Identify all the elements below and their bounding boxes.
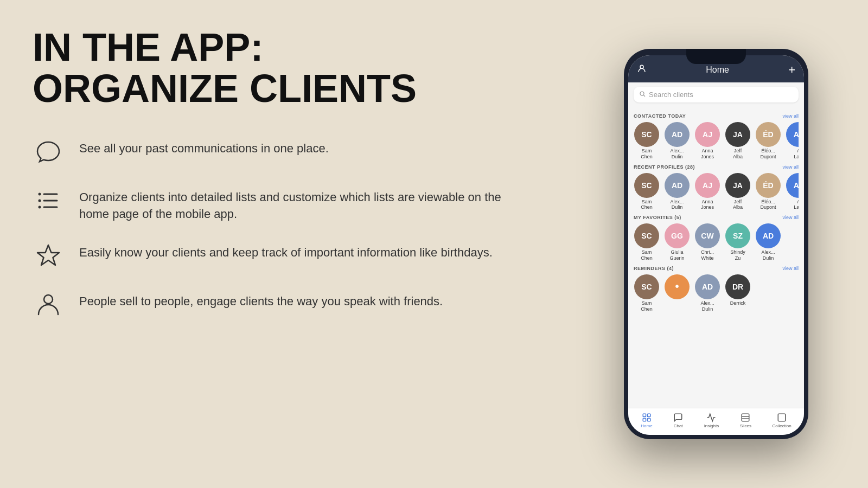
avatar: AD <box>756 223 781 248</box>
nav-item-insights[interactable]: Insights <box>704 413 719 428</box>
page-title: IN THE APP: ORGANIZE CLIENTS <box>33 27 532 109</box>
section-header-recent-profiles: RECENT PROFILES (28) view all <box>634 164 799 170</box>
list-item[interactable]: AD Alex...Dulin <box>664 122 690 160</box>
avatar: ÉD <box>756 122 781 147</box>
list-item[interactable]: ÉD Éléo...Dupont <box>755 122 781 160</box>
section-title-reminders: REMINDERS (4) <box>634 266 674 271</box>
avatar: JA <box>725 173 750 198</box>
list-item[interactable]: AD Alex...Dulin <box>694 274 720 312</box>
avatar: SC <box>634 223 659 248</box>
feature-item-star: Easily know your clients and keep track … <box>33 240 532 272</box>
avatar: SC <box>634 274 659 299</box>
view-all-recent-profiles[interactable]: view all <box>782 164 799 170</box>
avatar: SC <box>634 173 659 198</box>
nav-item-collection[interactable]: Collection <box>773 413 792 428</box>
avatar: GG <box>665 223 690 248</box>
app-content[interactable]: CONTACTED TODAY view all SC SamChen AD A… <box>628 107 804 408</box>
feature-item-person: People sell to people, engage clients th… <box>33 289 532 320</box>
list-icon <box>33 185 64 216</box>
avatar: AD <box>695 274 720 299</box>
avatar: AJ <box>695 122 720 147</box>
svg-rect-12 <box>647 414 650 416</box>
svg-point-3 <box>39 193 41 196</box>
avatar: ÉD <box>756 173 781 198</box>
section-header-reminders: REMINDERS (4) view all <box>634 266 799 271</box>
list-item[interactable]: SC SamChen <box>634 173 660 211</box>
svg-line-10 <box>643 95 645 97</box>
svg-point-4 <box>39 200 41 202</box>
list-item[interactable]: SC SamChen <box>634 122 660 160</box>
view-all-contacted-today[interactable]: view all <box>782 113 799 119</box>
nav-label-collection: Collection <box>773 423 792 428</box>
section-header-contacted-today: CONTACTED TODAY view all <box>634 113 799 119</box>
avatar: AD <box>665 122 690 147</box>
avatars-reminders: SC SamChen • AD Alex...Dulin DR Derrick <box>634 274 799 312</box>
svg-rect-13 <box>643 419 646 421</box>
section-title-contacted-today: CONTACTED TODAY <box>634 113 686 119</box>
list-item[interactable]: AL ALa... <box>786 122 799 160</box>
add-button[interactable]: + <box>788 63 795 77</box>
list-item[interactable]: AD Alex...Dulin <box>664 173 690 211</box>
nav-label-home: Home <box>641 423 652 428</box>
phone-screen: Home + Search clients CONTACTED TODAY <box>628 55 804 435</box>
avatar: JA <box>725 122 750 147</box>
section-title-recent-profiles: RECENT PROFILES (28) <box>634 164 695 170</box>
feature-text-person: People sell to people, engage clients th… <box>79 289 443 310</box>
avatar: AL <box>786 122 799 147</box>
avatar: AJ <box>695 173 720 198</box>
list-item[interactable]: AL ALa... <box>786 173 799 211</box>
avatar: SZ <box>725 223 750 248</box>
view-all-reminders[interactable]: view all <box>782 266 799 271</box>
svg-rect-15 <box>742 414 750 421</box>
person-icon <box>33 289 64 320</box>
svg-point-7 <box>44 295 53 304</box>
section-header-my-favorites: MY FAVORITES (5) view all <box>634 215 799 220</box>
view-all-my-favorites[interactable]: view all <box>782 215 799 220</box>
list-item[interactable]: ÉD Éléo...Dupont <box>755 173 781 211</box>
right-panel: Home + Search clients CONTACTED TODAY <box>564 0 868 488</box>
avatar: • <box>665 274 690 299</box>
section-title-my-favorites: MY FAVORITES (5) <box>634 215 681 220</box>
phone-notch <box>686 49 746 64</box>
svg-rect-18 <box>778 414 786 421</box>
avatar: SC <box>634 122 659 147</box>
avatar: AD <box>665 173 690 198</box>
left-panel: IN THE APP: ORGANIZE CLIENTS See all you… <box>0 0 564 488</box>
list-item[interactable]: GG GiuliaGuerin <box>664 223 690 261</box>
avatar: CW <box>695 223 720 248</box>
header-person-icon[interactable] <box>637 64 647 76</box>
feature-text-star: Easily know your clients and keep track … <box>79 240 493 261</box>
list-item[interactable]: JA JeffAlba <box>725 122 751 160</box>
svg-rect-14 <box>647 419 650 421</box>
list-item[interactable]: AJ AnnaJones <box>694 122 720 160</box>
avatars-my-favorites: SC SamChen GG GiuliaGuerin CW Chri...Whi… <box>634 223 799 261</box>
list-item[interactable]: AJ AnnaJones <box>694 173 720 211</box>
phone-mockup: Home + Search clients CONTACTED TODAY <box>624 49 808 439</box>
nav-item-slices[interactable]: Slices <box>740 413 751 428</box>
svg-rect-11 <box>643 414 646 416</box>
avatar: DR <box>725 274 750 299</box>
avatar: AL <box>786 173 799 198</box>
feature-list: See all your past communications in one … <box>33 136 532 320</box>
nav-label-slices: Slices <box>740 423 751 428</box>
feature-text-list: Organize clients into detailed lists and… <box>79 185 532 223</box>
list-item[interactable]: SC SamChen <box>634 223 660 261</box>
search-placeholder: Search clients <box>649 91 693 99</box>
list-item[interactable]: JA JeffAlba <box>725 173 751 211</box>
list-item[interactable]: AD Alex...Dulin <box>755 223 781 261</box>
svg-point-5 <box>39 206 41 209</box>
feature-text-chat: See all your past communications in one … <box>79 136 329 157</box>
list-item[interactable]: SC SamChen <box>634 274 660 312</box>
app-title: Home <box>706 65 729 75</box>
search-bar[interactable]: Search clients <box>634 87 799 102</box>
list-item[interactable]: • <box>664 274 690 312</box>
nav-item-home[interactable]: Home <box>641 413 652 428</box>
star-icon <box>33 240 64 272</box>
list-item[interactable]: DR Derrick <box>725 274 751 312</box>
list-item[interactable]: CW Chri...White <box>694 223 720 261</box>
avatars-contacted-today: SC SamChen AD Alex...Dulin AJ AnnaJones … <box>634 122 799 160</box>
nav-label-insights: Insights <box>704 423 719 428</box>
list-item[interactable]: SZ ShindyZu <box>725 223 751 261</box>
nav-item-chat[interactable]: Chat <box>673 413 683 428</box>
feature-item-chat: See all your past communications in one … <box>33 136 532 168</box>
